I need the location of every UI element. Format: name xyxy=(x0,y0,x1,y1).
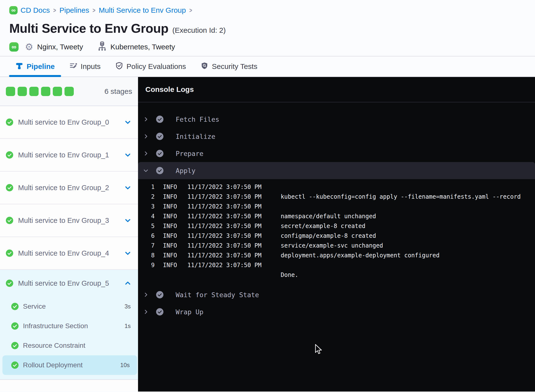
console-step-apply[interactable]: Apply xyxy=(138,162,535,179)
active-tab-underline xyxy=(9,75,61,77)
tab-label: Security Tests xyxy=(212,62,257,71)
log-line: 5INFO11/17/2022 3:07:50 PMsecret/example… xyxy=(138,221,535,231)
tab-bar: Pipeline Inputs Poli xyxy=(0,56,535,77)
breadcrumb-separator: > xyxy=(93,7,95,14)
step-name: Initialize xyxy=(176,133,215,140)
console-step-initialize[interactable]: Initialize xyxy=(138,128,535,145)
console-logs-panel: Console Logs Fetch Files Initialize xyxy=(138,77,535,392)
breadcrumb-pipelines[interactable]: Pipelines xyxy=(59,6,89,14)
chevron-right-icon[interactable] xyxy=(143,151,149,156)
chevron-down-icon[interactable] xyxy=(143,168,149,173)
page-header: ∞ CD Docs > Pipelines > Multi Service to… xyxy=(0,0,535,56)
tab-security-tests[interactable]: Security Tests xyxy=(194,56,264,76)
stage-row-group-0[interactable]: Multi service to Env Group_0 xyxy=(0,106,138,139)
step-success-icon xyxy=(156,150,163,157)
stage-row-group-1[interactable]: Multi service to Env Group_1 xyxy=(0,139,138,172)
harness-logo-icon: ∞ xyxy=(9,6,18,14)
stage-name: Multi service to Env Group_4 xyxy=(18,249,124,257)
stage-count-label: 6 stages xyxy=(105,87,132,96)
console-step-prepare[interactable]: Prepare xyxy=(138,145,535,162)
step-success-icon xyxy=(156,291,163,298)
title-row: Multi Service to Env Group (Execution Id… xyxy=(0,21,535,36)
substep-name: Resource Constraint xyxy=(23,342,131,349)
stage-row-group-4[interactable]: Multi service to Env Group_4 xyxy=(0,237,138,270)
breadcrumb: ∞ CD Docs > Pipelines > Multi Service to… xyxy=(0,5,535,16)
stage-success-square xyxy=(6,87,15,96)
stage-row-group-5[interactable]: Multi service to Env Group_5 xyxy=(0,270,138,297)
execution-meta-row: ∞ ⚙ Nginx, Tweety Kubernetes, xyxy=(0,42,535,52)
tab-label: Pipeline xyxy=(27,62,55,71)
substep-rollout-deployment[interactable]: Rollout Deployment 10s xyxy=(2,355,137,375)
stage-name: Multi service to Env Group_2 xyxy=(18,184,124,192)
substep-name: Infrastructure Section xyxy=(23,322,125,330)
chevron-down-icon[interactable] xyxy=(124,250,131,257)
stage-name: Multi service to Env Group_0 xyxy=(18,118,124,126)
stage-row-group-2[interactable]: Multi service to Env Group_2 xyxy=(0,172,138,204)
stage-progress-summary: 6 stages xyxy=(0,77,138,106)
chevron-down-icon[interactable] xyxy=(124,184,131,191)
chevron-right-icon[interactable] xyxy=(143,309,149,315)
log-line: 4INFO11/17/2022 3:07:50 PMnamespace/defa… xyxy=(138,211,535,221)
chevron-down-icon[interactable] xyxy=(124,119,131,126)
substep-name: Service xyxy=(23,303,125,310)
success-check-icon xyxy=(6,151,13,159)
substep-name: Rollout Deployment xyxy=(23,361,120,369)
tab-pipeline[interactable]: Pipeline xyxy=(9,56,61,76)
policy-shield-check-icon xyxy=(115,62,123,71)
inputs-icon xyxy=(69,62,77,71)
console-step-wait-for-steady-state[interactable]: Wait for Steady State xyxy=(138,286,535,303)
success-check-icon xyxy=(6,280,13,287)
harness-logo-icon: ∞ xyxy=(9,42,19,52)
success-check-icon xyxy=(6,184,13,191)
log-line: 2INFO11/17/2022 3:07:50 PMkubectl --kube… xyxy=(138,192,535,202)
success-check-icon xyxy=(11,342,19,349)
services-gear-icon: ⚙ xyxy=(25,42,33,52)
step-success-icon xyxy=(156,116,163,123)
stage-name: Multi service to Env Group_3 xyxy=(18,217,124,225)
success-check-icon xyxy=(11,322,19,330)
chevron-down-icon[interactable] xyxy=(124,217,131,224)
log-line-done: Done. xyxy=(138,270,535,280)
stage-success-square xyxy=(18,87,27,96)
stage-row-group-3[interactable]: Multi service to Env Group_3 xyxy=(0,204,138,237)
tab-policy-evaluations[interactable]: Policy Evaluations xyxy=(109,56,192,76)
tab-label: Inputs xyxy=(81,62,101,71)
log-line: 6INFO11/17/2022 3:07:50 PMconfigmap/exam… xyxy=(138,231,535,241)
log-line: 7INFO11/17/2022 3:07:50 PMservice/exampl… xyxy=(138,241,535,250)
chevron-up-icon[interactable] xyxy=(124,280,131,287)
page-title: Multi Service to Env Group xyxy=(9,21,169,36)
step-name: Wait for Steady State xyxy=(176,291,259,299)
breadcrumb-separator: > xyxy=(189,7,192,14)
log-line: 8INFO11/17/2022 3:07:50 PMdeployment.app… xyxy=(138,250,535,260)
log-line: 9INFO11/17/2022 3:07:50 PM xyxy=(138,260,535,270)
stage-success-square xyxy=(64,87,74,96)
step-name: Prepare xyxy=(176,150,203,157)
stages-sidebar: 6 stages Multi service to Env Group_0 Mu… xyxy=(0,77,138,392)
tab-inputs[interactable]: Inputs xyxy=(63,56,107,76)
breadcrumb-pipeline-name[interactable]: Multi Service to Env Group xyxy=(99,6,186,14)
chevron-right-icon[interactable] xyxy=(143,292,149,297)
step-name: Apply xyxy=(176,167,195,174)
chevron-down-icon[interactable] xyxy=(124,152,131,158)
substep-infrastructure-section[interactable]: Infrastructure Section 1s xyxy=(0,316,138,336)
success-check-icon xyxy=(11,361,19,369)
tab-label: Policy Evaluations xyxy=(127,62,186,71)
substep-duration: 10s xyxy=(120,362,130,369)
success-check-icon xyxy=(11,303,19,310)
chevron-right-icon[interactable] xyxy=(143,134,149,139)
stage-group-5-expanded: Multi service to Env Group_5 Service 3s … xyxy=(0,270,138,380)
environments-icon xyxy=(98,42,107,52)
step-success-icon xyxy=(156,308,163,316)
chevron-right-icon[interactable] xyxy=(143,117,149,122)
stage-success-square xyxy=(41,87,50,96)
substep-resource-constraint[interactable]: Resource Constraint xyxy=(0,336,138,355)
console-step-fetch-files[interactable]: Fetch Files xyxy=(138,111,535,128)
step-success-icon xyxy=(156,133,163,140)
console-step-wrap-up[interactable]: Wrap Up xyxy=(138,303,535,320)
breadcrumb-cd-docs[interactable]: CD Docs xyxy=(21,6,50,14)
mouse-cursor xyxy=(315,344,323,356)
success-check-icon xyxy=(6,119,13,126)
substep-service[interactable]: Service 3s xyxy=(0,297,138,316)
stage-name: Multi service to Env Group_5 xyxy=(18,279,124,287)
execution-id-label: (Execution Id: 2) xyxy=(172,26,226,34)
